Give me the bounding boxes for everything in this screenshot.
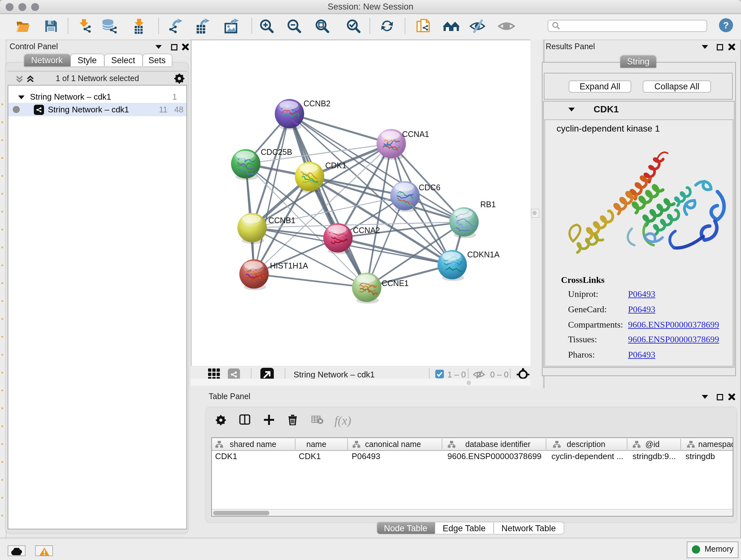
svg-text:CDC25B: CDC25B bbox=[261, 147, 292, 157]
svg-text:?: ? bbox=[723, 20, 729, 30]
svg-text:CCNA2: CCNA2 bbox=[353, 226, 380, 235]
svg-text:CDC6: CDC6 bbox=[419, 183, 441, 192]
svg-text:CCNB1: CCNB1 bbox=[268, 216, 295, 225]
svg-text:HIST1H1A: HIST1H1A bbox=[270, 261, 308, 270]
svg-text:CDK1: CDK1 bbox=[325, 161, 347, 170]
svg-text:CCNB2: CCNB2 bbox=[304, 99, 331, 108]
svg-text:CDKN1A: CDKN1A bbox=[467, 250, 500, 259]
svg-text:CCNE1: CCNE1 bbox=[382, 279, 409, 288]
svg-text:RB1: RB1 bbox=[480, 200, 496, 209]
svg-text:CCNA1: CCNA1 bbox=[402, 130, 429, 138]
